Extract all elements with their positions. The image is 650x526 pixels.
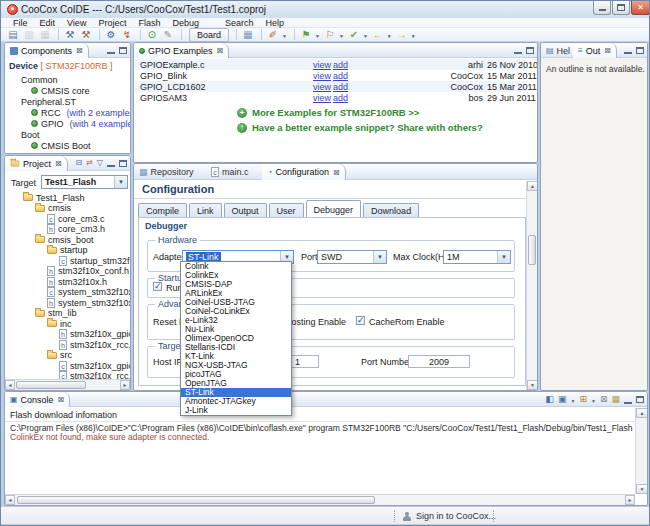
tree-item-stm32f10x-gpio-c[interactable]: cstm32f10x_gpio.c bbox=[59, 360, 130, 371]
share-example-link[interactable]: ↑ Have a better example snippet? Share w… bbox=[237, 122, 483, 133]
subtab-output[interactable]: Output bbox=[224, 203, 267, 218]
new-file-icon[interactable]: ▤ bbox=[6, 29, 20, 41]
tree-item-stm32f10x-gpio-h[interactable]: hstm32f10x_gpio.h bbox=[59, 329, 130, 340]
save-icon[interactable]: ▦ bbox=[38, 29, 52, 41]
tab-console[interactable]: ▣ Console ⊠ bbox=[5, 392, 70, 407]
chevron-down-icon[interactable]: ▼ bbox=[411, 33, 416, 39]
new-wizard-icon[interactable]: ⚑ bbox=[299, 29, 313, 41]
scroll-left-icon[interactable]: ◄ bbox=[5, 380, 15, 390]
chevron-down-icon[interactable]: ▼ bbox=[363, 33, 368, 39]
collapse-all-icon[interactable]: ⊟ bbox=[75, 159, 82, 167]
more-examples-link[interactable]: + More Examples for STM32F100RB >> bbox=[237, 107, 419, 118]
tree-item-cmsis-boot[interactable]: cmsis_boot bbox=[35, 234, 130, 245]
port-select[interactable]: SWD ▼ bbox=[317, 250, 387, 264]
menu-help[interactable]: Help bbox=[259, 18, 290, 28]
menu-file[interactable]: File bbox=[7, 18, 34, 28]
close-icon[interactable]: ⊠ bbox=[55, 159, 62, 168]
minimize-view-icon[interactable] bbox=[624, 52, 632, 54]
port-number-field[interactable]: 2009 bbox=[408, 355, 470, 368]
view-link[interactable]: view bbox=[313, 71, 331, 81]
tree-item-inc[interactable]: inc bbox=[47, 318, 130, 329]
build-icon[interactable]: ⚒ bbox=[63, 29, 77, 41]
open-console-icon[interactable]: ⊞ bbox=[579, 395, 587, 404]
chevron-down-icon[interactable]: ▼ bbox=[339, 33, 344, 39]
view-menu-icon[interactable]: ▽ bbox=[97, 159, 103, 167]
minimize-view-icon[interactable] bbox=[624, 402, 632, 404]
console-view-icon[interactable]: ▦ bbox=[611, 395, 620, 404]
board-button[interactable]: Board bbox=[189, 28, 229, 42]
tree-item-stm32f10x-h[interactable]: hstm32f10x.h bbox=[47, 276, 130, 287]
add-link[interactable]: add bbox=[333, 93, 348, 103]
scroll-right-icon[interactable]: ► bbox=[625, 495, 635, 505]
debug-icon[interactable]: ⚙ bbox=[104, 29, 118, 41]
attach-icon[interactable]: ✎ bbox=[161, 29, 175, 41]
scroll-thumb[interactable] bbox=[17, 496, 375, 504]
view-link[interactable]: view bbox=[313, 82, 331, 92]
view-link[interactable]: view bbox=[313, 60, 331, 70]
config-vscrollbar[interactable]: ▲ ▼ bbox=[526, 181, 537, 390]
tab-project[interactable]: Project ⊠ bbox=[5, 156, 68, 171]
tree-item-stm-lib[interactable]: stm_lib bbox=[35, 308, 130, 319]
target-select[interactable]: Test1_Flash ▼ bbox=[41, 175, 128, 189]
subtab-compile[interactable]: Compile bbox=[138, 203, 187, 218]
project-hscrollbar[interactable]: ◄ ► bbox=[5, 379, 130, 390]
console-hscrollbar[interactable]: ◄ ► bbox=[5, 494, 635, 505]
subtab-debugger[interactable]: Debugger bbox=[306, 200, 362, 218]
tree-item-system-stm32f10x-c[interactable]: csystem_stm32f10x.c bbox=[47, 287, 130, 298]
close-icon[interactable]: ⊠ bbox=[604, 46, 611, 55]
maximize-view-icon[interactable] bbox=[636, 396, 644, 403]
tree-item-test1-flash[interactable]: Test1_Flash bbox=[23, 192, 130, 203]
tab-components[interactable]: Components ⊠ bbox=[5, 43, 89, 58]
add-link[interactable]: add bbox=[333, 60, 348, 70]
tab-gpio-examples[interactable]: GPIO Examples ⊠ bbox=[134, 43, 229, 58]
maximize-view-icon[interactable] bbox=[636, 47, 644, 54]
export-log-icon[interactable]: ◧ bbox=[545, 395, 554, 404]
tab-help[interactable]: ▤ Hel bbox=[541, 43, 575, 58]
menu-edit[interactable]: Edit bbox=[34, 18, 62, 28]
chevron-down-icon[interactable]: ▼ bbox=[282, 33, 287, 39]
tree-item-stm32f10x-conf-h[interactable]: hstm32f10x_conf.h bbox=[47, 266, 130, 277]
minimize-view-icon[interactable] bbox=[107, 165, 115, 167]
component-group-common[interactable]: Common bbox=[21, 74, 130, 85]
scroll-down-icon[interactable]: ▼ bbox=[527, 380, 538, 390]
chevron-down-icon[interactable]: ▼ bbox=[387, 33, 392, 39]
chevron-down-icon[interactable]: ▼ bbox=[570, 398, 575, 404]
maximize-button[interactable] bbox=[612, 1, 630, 15]
menu-project[interactable]: Project bbox=[92, 18, 132, 28]
scroll-up-icon[interactable]: ▲ bbox=[636, 408, 648, 418]
tree-item-startup[interactable]: startup bbox=[47, 245, 130, 256]
menu-debug[interactable]: Debug bbox=[166, 18, 205, 28]
menu-flash[interactable]: Flash bbox=[132, 18, 166, 28]
close-button[interactable]: ✕ bbox=[631, 1, 650, 15]
adapter-dropdown-list[interactable]: ColinkColinkExCMSIS-DAPARLinkExCoiNel-US… bbox=[180, 261, 292, 416]
tab-main-c[interactable]: c main.c bbox=[206, 164, 254, 180]
tree-item-core-cm3-h[interactable]: hcore_cm3.h bbox=[47, 224, 130, 235]
close-icon[interactable]: ⊠ bbox=[333, 168, 340, 177]
close-icon[interactable]: ⊠ bbox=[76, 46, 83, 55]
minimize-view-icon[interactable] bbox=[514, 52, 522, 54]
tree-item-cmsis[interactable]: cmsis bbox=[35, 203, 130, 214]
component-group-boot[interactable]: Boot bbox=[21, 129, 130, 140]
subtab-user[interactable]: User bbox=[269, 203, 304, 218]
link-editor-icon[interactable]: ⇄ bbox=[86, 159, 93, 167]
scroll-up-icon[interactable]: ▲ bbox=[527, 181, 538, 191]
adapter-option-j-link[interactable]: J-Link bbox=[181, 406, 291, 415]
chevron-down-icon[interactable]: ▼ bbox=[591, 398, 596, 404]
scroll-thumb[interactable] bbox=[528, 235, 536, 265]
subtab-download[interactable]: Download bbox=[363, 203, 419, 218]
open-file-icon[interactable]: ▥ bbox=[22, 29, 36, 41]
menu-view[interactable]: View bbox=[61, 18, 92, 28]
minimize-view-icon[interactable] bbox=[107, 52, 115, 54]
tree-item-startup-stm32f10x-md-c[interactable]: cstartup_stm32f10x_md.c bbox=[59, 255, 130, 266]
examples-count-link[interactable]: (with 4 examples) bbox=[70, 119, 130, 129]
back-icon[interactable]: ← bbox=[371, 29, 385, 41]
examples-count-link[interactable]: (with 2 examples) bbox=[67, 108, 131, 118]
tab-repository[interactable]: ▦ Repository bbox=[134, 164, 199, 180]
run-icon[interactable]: ✔ bbox=[347, 29, 361, 41]
scroll-down-icon[interactable]: ▼ bbox=[636, 484, 648, 494]
component-item-cmsis-core[interactable]: CMSIS core bbox=[31, 85, 130, 96]
scroll-right-icon[interactable]: ► bbox=[120, 380, 130, 390]
forward-icon[interactable]: → bbox=[395, 29, 409, 41]
add-link[interactable]: add bbox=[333, 71, 348, 81]
tree-item-system-stm32f10x-h[interactable]: hsystem_stm32f10x.h bbox=[47, 297, 130, 308]
